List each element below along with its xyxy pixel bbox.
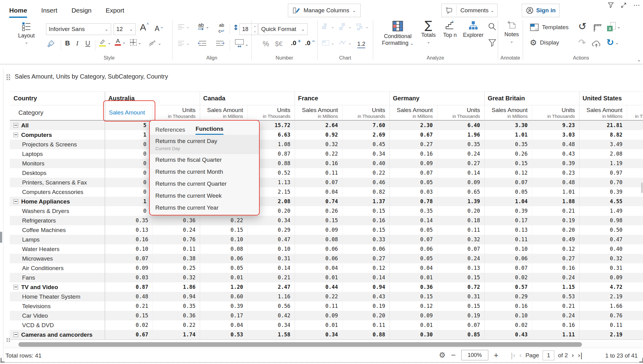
value-cell[interactable]: 1.37: [342, 197, 389, 206]
value-cell[interactable]: 1.15: [532, 282, 579, 292]
value-cell[interactable]: 0.44: [295, 282, 342, 292]
value-cell[interactable]: 0.16: [389, 149, 437, 159]
value-cell[interactable]: 0.06: [342, 244, 389, 254]
font-family-select[interactable]: Inforiver Sans ⌄: [46, 23, 111, 35]
value-cell[interactable]: 1.74: [153, 330, 200, 339]
value-cell[interactable]: 0.24: [153, 225, 200, 235]
value-cell[interactable]: 0.05: [484, 187, 532, 197]
value-cell[interactable]: 0.22: [342, 168, 389, 178]
layout-button[interactable]: Layout ⌄: [10, 21, 42, 44]
row-label-cell[interactable]: Cameras and camcorders: [10, 330, 105, 339]
wrap-text-button[interactable]: ab ⌄: [198, 23, 209, 31]
value-cell[interactable]: 0.32: [295, 140, 342, 149]
collapse-icon[interactable]: [14, 332, 18, 337]
focus-mode-icon[interactable]: [620, 2, 627, 9]
value-cell[interactable]: 0.22: [295, 292, 342, 301]
value-cell[interactable]: 0.27: [342, 254, 389, 263]
value-cell[interactable]: 0.09: [295, 311, 342, 320]
value-cell[interactable]: 0.85: [437, 330, 484, 339]
value-cell[interactable]: 0.92: [295, 130, 342, 140]
value-cell[interactable]: 0.76: [153, 235, 200, 244]
value-cell[interactable]: 0.67: [105, 330, 153, 339]
value-cell[interactable]: 0.01: [389, 273, 437, 282]
value-cell[interactable]: 1.66: [579, 301, 627, 311]
value-cell[interactable]: 0.12: [389, 301, 437, 311]
value-cell[interactable]: 1: [105, 130, 153, 140]
value-cell[interactable]: 0.07: [389, 168, 437, 178]
value-cell[interactable]: 0.74: [295, 197, 342, 206]
value-cell[interactable]: 0.20: [342, 311, 389, 320]
value-cell[interactable]: 2.69: [342, 130, 389, 140]
value-cell[interactable]: 0.14: [437, 168, 484, 178]
value-cell[interactable]: 0.29: [247, 225, 295, 235]
value-cell[interactable]: 0.15: [342, 225, 389, 235]
value-cell[interactable]: 0.94: [342, 282, 389, 292]
value-cell[interactable]: 0.39: [579, 187, 627, 197]
value-cell[interactable]: 0.26: [484, 149, 532, 159]
row-label-cell[interactable]: Refrigerators: [10, 216, 105, 225]
value-cell[interactable]: 0.04: [389, 263, 437, 273]
value-cell[interactable]: 0.07: [437, 320, 484, 330]
first-page-icon[interactable]: |‹: [511, 352, 515, 359]
value-cell[interactable]: 0.98: [579, 216, 627, 225]
collapse-icon[interactable]: [14, 199, 18, 204]
tab-design[interactable]: Design: [72, 7, 91, 18]
publish-cloud-button[interactable]: [591, 39, 602, 48]
notes-button[interactable]: Notes ⌄: [502, 20, 521, 43]
collapse-icon[interactable]: [14, 133, 18, 137]
value-cell[interactable]: 0: [105, 149, 153, 159]
hierarchy-chart-button[interactable]: ⌄: [339, 23, 352, 31]
value-cell[interactable]: 0.24: [532, 311, 579, 320]
value-cell[interactable]: 0.03: [105, 273, 153, 282]
value-cell[interactable]: 0.48: [532, 140, 579, 149]
sparkline-button[interactable]: ⌄: [339, 40, 352, 46]
value-cell[interactable]: 21.81: [579, 121, 627, 130]
refresh-button[interactable]: ↻ ⌄: [606, 38, 619, 47]
horizontal-scrollbar-track[interactable]: [3, 342, 643, 348]
row-label-cell[interactable]: Washers & Dryers: [10, 206, 105, 216]
vertical-align-button[interactable]: ⌄: [177, 41, 190, 46]
value-cell[interactable]: 0.13: [105, 225, 153, 235]
value-cell[interactable]: 0.01: [389, 320, 437, 330]
value-cell[interactable]: 0.43: [484, 330, 532, 339]
value-cell[interactable]: 0.06: [295, 244, 342, 254]
format-painter-button[interactable]: [47, 39, 56, 48]
value-cell[interactable]: 0.11: [484, 235, 532, 244]
popup-tab-functions[interactable]: Functions: [196, 126, 223, 135]
value-cell[interactable]: 1: [105, 197, 153, 206]
value-cell[interactable]: 0.20: [437, 206, 484, 216]
highlight-color-button[interactable]: ⌄: [99, 39, 111, 47]
value-cell[interactable]: 0.14: [247, 263, 295, 273]
row-label-cell[interactable]: Fans: [10, 273, 105, 282]
country-header[interactable]: France: [295, 92, 389, 105]
function-item-current-day[interactable]: Returns the current Day Current Day: [150, 135, 259, 154]
value-cell[interactable]: 0.12: [342, 263, 389, 273]
measure-header-sales[interactable]: Sales Amountin Millions: [200, 105, 247, 120]
value-cell[interactable]: 0.36: [389, 282, 437, 292]
value-cell[interactable]: 0.27: [532, 254, 579, 263]
row-label-cell[interactable]: Televisions: [10, 301, 105, 311]
value-cell[interactable]: 0.33: [342, 235, 389, 244]
row-label-cell[interactable]: TV and Video: [10, 282, 105, 292]
value-cell[interactable]: 0.19: [532, 216, 579, 225]
row-label-cell[interactable]: All: [10, 121, 105, 130]
value-cell[interactable]: 0: [105, 159, 153, 168]
filter-rows-icon[interactable]: [488, 39, 497, 47]
manage-columns-button[interactable]: Manage Columns ⌄: [288, 4, 361, 17]
value-cell[interactable]: 0.34: [295, 330, 342, 339]
value-cell[interactable]: 0.32: [437, 235, 484, 244]
value-cell[interactable]: 0.29: [484, 292, 532, 301]
decrease-font-size-button[interactable]: A⌄: [155, 25, 164, 33]
value-cell[interactable]: 1.16: [247, 292, 295, 301]
row-label-cell[interactable]: Air Conditioners: [10, 263, 105, 273]
value-cell[interactable]: 0.23: [532, 168, 579, 178]
row-label-cell[interactable]: Monitors: [10, 159, 105, 168]
value-cell[interactable]: 0.19: [437, 311, 484, 320]
resize-corner-right[interactable]: [639, 358, 643, 362]
value-cell[interactable]: 0.35: [105, 216, 153, 225]
value-cell[interactable]: 0.65: [437, 187, 484, 197]
value-cell[interactable]: 6.40: [437, 121, 484, 130]
value-cell[interactable]: 0.38: [153, 254, 200, 263]
measure-header-units[interactable]: in Thousands: [627, 105, 643, 120]
value-cell[interactable]: 0.24: [437, 149, 484, 159]
